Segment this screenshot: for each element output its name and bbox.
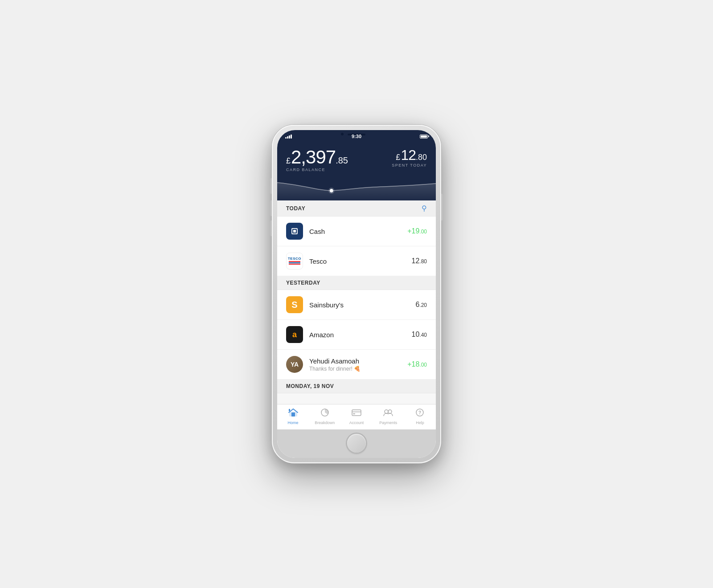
transaction-cash[interactable]: Cash +19.00 <box>277 216 436 246</box>
home-icon <box>288 408 298 419</box>
svg-rect-8 <box>352 410 361 416</box>
tab-home[interactable]: Home <box>277 408 309 425</box>
section-today: TODAY ⚲ <box>277 200 436 216</box>
tesco-name: Tesco <box>309 257 412 265</box>
status-time: 9:30 <box>352 134 361 139</box>
account-icon <box>351 408 362 419</box>
transaction-amazon[interactable]: a Amazon 10.40 <box>277 320 436 350</box>
section-monday-title: MONDAY, 19 NOV <box>286 383 334 389</box>
breakdown-icon <box>320 408 330 419</box>
svg-point-0 <box>328 188 334 194</box>
section-yesterday: YESTERDAY <box>277 276 436 290</box>
yehudi-amount: +18.00 <box>407 360 427 368</box>
amazon-amount-whole: 10 <box>412 331 420 338</box>
phone-screen: 9:30 £ 2,397 .85 CARD BALANCE <box>277 130 436 458</box>
help-icon: ? <box>415 408 425 419</box>
amazon-amount-decimal: .40 <box>419 332 427 338</box>
svg-rect-6 <box>289 409 290 411</box>
spent-currency: £ <box>396 153 400 162</box>
sainsburys-amount-whole: 6 <box>415 301 419 308</box>
tab-payments[interactable]: Payments <box>373 408 404 425</box>
tesco-amount-decimal: .80 <box>419 258 427 265</box>
card-balance: £ 2,397 .85 CARD BALANCE <box>286 148 348 172</box>
transaction-yehudi[interactable]: YA Yehudi Asamoah Thanks for dinner! 🍕 +… <box>277 350 436 380</box>
yehudi-avatar: YA <box>286 356 303 373</box>
amazon-info: Amazon <box>309 331 412 339</box>
tesco-icon: TESCO <box>286 253 303 270</box>
tesco-amount: 12.80 <box>412 257 427 265</box>
phone-device: 9:30 £ 2,397 .85 CARD BALANCE <box>272 125 441 463</box>
battery-icon <box>420 135 428 139</box>
yehudi-subtitle: Thanks for dinner! 🍕 <box>309 366 407 372</box>
tab-help-label: Help <box>416 421 424 425</box>
cash-amount-whole: +19 <box>407 227 419 235</box>
cash-name: Cash <box>309 228 407 235</box>
sainsburys-info: Sainsbury's <box>309 301 415 309</box>
tab-help[interactable]: ? Help <box>404 408 436 425</box>
sainsburys-icon: S <box>286 296 303 313</box>
svg-text:?: ? <box>418 410 421 415</box>
search-button[interactable]: ⚲ <box>422 204 427 212</box>
amazon-icon: a <box>286 326 303 343</box>
chart-svg <box>277 174 436 200</box>
card-balance-label: CARD BALANCE <box>286 167 348 172</box>
spent-decimal: .80 <box>416 153 427 162</box>
transactions-list[interactable]: TODAY ⚲ Cash +19.00 <box>277 200 436 404</box>
spent-today: £ 12 .80 SPENT TODAY <box>392 148 427 167</box>
spent-whole: 12 <box>401 148 416 162</box>
balance-row: £ 2,397 .85 CARD BALANCE £ 12 .80 SPENT … <box>286 148 427 172</box>
svg-point-12 <box>388 410 392 413</box>
sainsburys-amount: 6.20 <box>415 301 427 309</box>
tesco-info: Tesco <box>309 257 412 265</box>
tab-breakdown[interactable]: Breakdown <box>309 408 340 425</box>
balance-header: £ 2,397 .85 CARD BALANCE £ 12 .80 SPENT … <box>277 143 436 174</box>
svg-rect-3 <box>293 230 296 233</box>
cash-info: Cash <box>309 228 407 235</box>
cash-amount: +19.00 <box>407 227 427 235</box>
front-camera <box>341 133 344 135</box>
svg-point-11 <box>385 410 388 413</box>
yehudi-name: Yehudi Asamoah <box>309 357 407 365</box>
card-balance-amount: £ 2,397 .85 <box>286 148 348 167</box>
cash-icon <box>286 223 303 240</box>
card-balance-whole: 2,397 <box>291 148 336 167</box>
amazon-amount: 10.40 <box>412 331 427 339</box>
card-balance-currency: £ <box>286 156 291 166</box>
svg-rect-9 <box>352 411 361 412</box>
tab-breakdown-label: Breakdown <box>315 421 335 425</box>
home-button-area <box>277 429 436 458</box>
sainsburys-amount-decimal: .20 <box>419 302 427 308</box>
cash-amount-decimal: .00 <box>419 229 427 235</box>
tab-bar: Home Breakdown <box>277 404 436 429</box>
status-right <box>420 135 428 139</box>
card-balance-decimal: .85 <box>336 155 348 166</box>
status-bar: 9:30 <box>277 130 436 143</box>
transaction-tesco[interactable]: TESCO Tesco 12.80 <box>277 246 436 276</box>
tab-home-label: Home <box>288 421 299 425</box>
signal-icon <box>285 134 292 139</box>
svg-rect-10 <box>353 413 355 414</box>
tab-payments-label: Payments <box>379 421 397 425</box>
section-monday: MONDAY, 19 NOV <box>277 380 436 393</box>
yehudi-amount-decimal: .00 <box>419 362 427 368</box>
yehudi-amount-whole: +18 <box>407 360 419 368</box>
amazon-name: Amazon <box>309 331 412 339</box>
spent-today-amount: £ 12 .80 <box>392 148 427 162</box>
home-button[interactable] <box>347 434 366 453</box>
spent-today-label: SPENT TODAY <box>392 163 427 167</box>
section-today-title: TODAY <box>286 205 305 212</box>
payments-icon <box>383 408 393 419</box>
tesco-amount-whole: 12 <box>412 257 420 265</box>
balance-chart <box>277 174 436 200</box>
status-left <box>285 134 292 139</box>
yehudi-info: Yehudi Asamoah Thanks for dinner! 🍕 <box>309 357 407 372</box>
sainsburys-name: Sainsbury's <box>309 301 415 309</box>
tab-account-label: Account <box>349 421 364 425</box>
transaction-sainsburys[interactable]: S Sainsbury's 6.20 <box>277 290 436 320</box>
svg-rect-5 <box>291 412 295 416</box>
tab-account[interactable]: Account <box>340 408 372 425</box>
section-yesterday-title: YESTERDAY <box>286 280 320 286</box>
